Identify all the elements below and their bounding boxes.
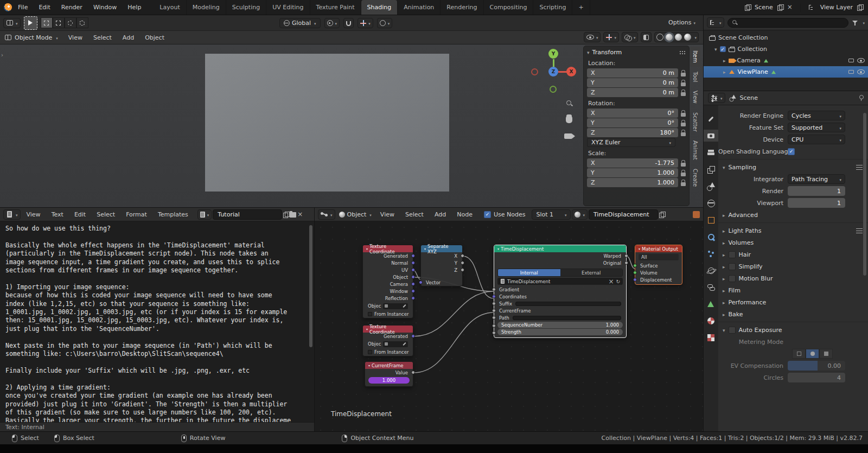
menu-file[interactable]: File: [13, 4, 33, 11]
pinned-material-icon[interactable]: [693, 211, 700, 218]
collection-checkbox[interactable]: [720, 46, 726, 52]
feature-set-dropdown[interactable]: Supported: [788, 123, 845, 132]
select-mode-circle-button[interactable]: [65, 17, 76, 28]
overlays-dropdown[interactable]: [622, 32, 639, 42]
editor-type-dropdown[interactable]: [3, 209, 21, 220]
menu-format[interactable]: Format: [121, 211, 152, 218]
new-scene-icon[interactable]: [745, 4, 750, 10]
socket-window[interactable]: Window: [363, 288, 413, 295]
socket-camera[interactable]: Camera: [363, 280, 413, 288]
properties-tab-tool[interactable]: [704, 113, 718, 125]
copy-view-layer-icon[interactable]: [857, 4, 863, 10]
menu-view[interactable]: View: [63, 34, 87, 41]
strength-field[interactable]: Strength0.000: [497, 329, 623, 335]
menu-select[interactable]: Select: [92, 211, 120, 218]
unlink-text-icon[interactable]: [297, 211, 303, 218]
material-name-field[interactable]: TimeDisplacement: [589, 209, 658, 220]
output-target-dropdown[interactable]: All: [639, 254, 679, 260]
properties-scrollbar[interactable]: [863, 113, 866, 276]
use-nodes-toggle[interactable]: Use Nodes: [484, 211, 526, 218]
properties-tab-render[interactable]: [704, 130, 718, 142]
node-texture-coordinate-1[interactable]: Texture Coordinate Generated Normal UV O…: [362, 245, 413, 318]
socket-coordinates[interactable]: Coordinates: [494, 293, 626, 300]
select-mode-tweak-button[interactable]: [41, 17, 53, 28]
menu-select[interactable]: Select: [400, 211, 429, 218]
lock-icon[interactable]: [681, 123, 686, 126]
menu-node[interactable]: Node: [452, 211, 477, 218]
solid-shading-button[interactable]: [666, 34, 673, 41]
internal-source-button[interactable]: Internal: [498, 269, 560, 276]
new-text-icon[interactable]: [283, 212, 289, 218]
outliner-row-viewplane[interactable]: ViewPlane: [704, 66, 868, 78]
menu-object[interactable]: Object: [140, 34, 169, 41]
osl-checkbox[interactable]: [788, 148, 795, 155]
hide-eye-icon[interactable]: [857, 58, 865, 63]
menu-edit[interactable]: Edit: [34, 4, 55, 11]
menu-render[interactable]: Render: [56, 4, 87, 11]
path-text-field[interactable]: [513, 316, 621, 320]
rendered-shading-button[interactable]: [684, 34, 691, 41]
pin-icon[interactable]: [858, 94, 864, 101]
options-dropdown[interactable]: Options: [668, 19, 691, 26]
wireframe-shading-button[interactable]: [656, 34, 663, 41]
gizmo-y-axis[interactable]: Y: [548, 49, 558, 59]
motion-blur-checkbox[interactable]: [729, 275, 736, 282]
node-separate-xyz[interactable]: Separate XYZ X Y Z Vector: [420, 245, 463, 286]
properties-tab-object-data[interactable]: [704, 298, 718, 310]
socket-surface[interactable]: Surface: [635, 262, 682, 269]
workspace-tab-rendering[interactable]: Rendering: [441, 0, 483, 15]
gizmos-dropdown[interactable]: [603, 32, 619, 42]
workspace-tab-modeling[interactable]: Modeling: [187, 0, 226, 15]
blender-logo[interactable]: [4, 3, 12, 11]
outliner-row-scene-collection[interactable]: Scene Collection: [704, 32, 868, 43]
unlink-icon[interactable]: [608, 278, 614, 285]
rotation-mode-dropdown[interactable]: XYZ Euler: [587, 138, 675, 147]
from-instancer-toggle[interactable]: From Instancer: [363, 348, 413, 356]
lock-icon[interactable]: [681, 113, 686, 117]
panel-simplify[interactable]: Simplify: [718, 260, 868, 272]
properties-tab-modifiers[interactable]: [704, 231, 718, 243]
lock-icon[interactable]: [681, 173, 686, 176]
rotation-y-field[interactable]: Y0°: [587, 118, 678, 127]
gizmo-z-axis[interactable]: Z: [548, 67, 558, 76]
xray-toggle-button[interactable]: [641, 32, 652, 42]
workspace-tab-uv-editing[interactable]: UV Editing: [266, 0, 310, 15]
workspace-tab-shading[interactable]: Shading: [361, 0, 398, 15]
eyedropper-icon[interactable]: [403, 342, 406, 346]
render-samples-field[interactable]: 1: [788, 186, 845, 196]
filter-icon[interactable]: [852, 20, 858, 26]
device-dropdown[interactable]: CPU: [788, 135, 845, 144]
socket-generated[interactable]: Generated: [363, 333, 413, 340]
hair-checkbox[interactable]: [729, 251, 736, 258]
menu-templates[interactable]: Templates: [153, 211, 193, 218]
properties-tab-physics[interactable]: [704, 264, 718, 276]
socket-object[interactable]: Object: [363, 273, 413, 280]
sidebar-tab-scatter[interactable]: Scatter: [690, 109, 700, 136]
transform-orientation-dropdown[interactable]: Global: [279, 18, 321, 28]
circles-field[interactable]: 4: [788, 373, 845, 382]
pivot-point-dropdown[interactable]: [324, 18, 340, 28]
add-workspace-button[interactable]: +: [572, 0, 590, 15]
socket-reflection[interactable]: Reflection: [363, 295, 413, 302]
socket-gradient[interactable]: Gradient: [494, 286, 626, 293]
gizmo-x-negative[interactable]: [531, 68, 538, 75]
editor-type-dropdown[interactable]: [708, 93, 725, 103]
socket-original[interactable]: Original: [494, 259, 626, 266]
simplify-checkbox[interactable]: [729, 263, 736, 270]
workspace-tab-compositing[interactable]: Compositing: [484, 0, 534, 15]
workspace-tab-sculpting[interactable]: Sculpting: [226, 0, 266, 15]
expand-arrow-icon[interactable]: [723, 57, 726, 64]
lock-icon[interactable]: [681, 132, 686, 136]
editor-type-dropdown[interactable]: [707, 17, 724, 28]
menu-window[interactable]: Window: [88, 4, 122, 11]
menu-view[interactable]: View: [375, 211, 399, 218]
camera-view-icon[interactable]: [564, 133, 572, 141]
integrator-dropdown[interactable]: Path Tracing: [788, 174, 845, 184]
properties-tab-view-layer[interactable]: [704, 163, 718, 175]
frame-label[interactable]: TimeDisplacement: [331, 410, 392, 418]
location-y-field[interactable]: Y0 m: [587, 78, 678, 87]
properties-tab-material[interactable]: [704, 315, 718, 327]
panel-performance[interactable]: Performance: [718, 296, 868, 308]
location-z-field[interactable]: Z0 m: [587, 88, 678, 97]
text-datablock-dropdown[interactable]: [197, 209, 212, 220]
